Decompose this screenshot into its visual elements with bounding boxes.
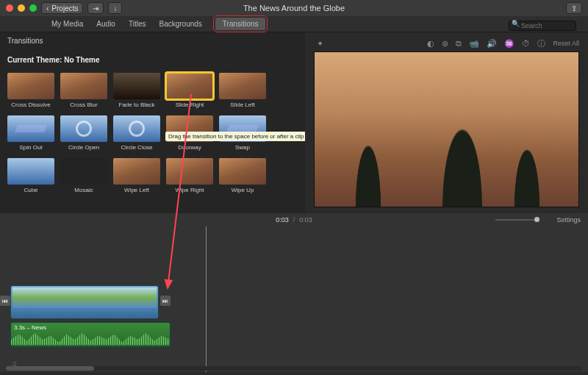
transition-thumbnail[interactable] xyxy=(60,158,107,185)
window-controls xyxy=(6,4,37,12)
transition-item[interactable]: Cross Blur xyxy=(60,73,107,108)
playhead-time: 0:03 xyxy=(276,216,289,224)
transition-well-start[interactable]: ⏮ xyxy=(0,296,10,306)
video-preview[interactable] xyxy=(314,51,579,207)
zoom-slider[interactable] xyxy=(495,219,539,221)
transition-label: Doorway xyxy=(166,144,213,151)
timeline-header: 0:03 / 0:03 Settings xyxy=(0,213,588,226)
crop-icon[interactable]: ⧉ xyxy=(456,39,462,49)
transition-thumbnail[interactable] xyxy=(219,158,266,185)
stabilize-icon[interactable]: 📹 xyxy=(469,39,479,49)
zoom-window-button[interactable] xyxy=(29,4,37,12)
transition-item[interactable]: Circle Open xyxy=(60,115,107,151)
theme-label: Current Theme: No Theme xyxy=(7,56,100,64)
info-icon[interactable]: ⓘ xyxy=(537,38,545,49)
volume-icon[interactable]: 🔊 xyxy=(487,39,497,49)
transition-thumbnail[interactable] xyxy=(60,115,107,142)
speed-icon[interactable]: ⏱ xyxy=(522,39,530,48)
total-time: 0:03 xyxy=(299,216,312,224)
transition-thumbnail[interactable] xyxy=(113,73,160,99)
transition-item[interactable]: Cube xyxy=(7,158,54,193)
transition-label: Slide Left xyxy=(219,101,266,108)
transition-label: Circle Open xyxy=(60,144,107,151)
transition-item[interactable]: Spin Out xyxy=(7,115,54,151)
timeline[interactable]: ⏮ ⏭ 3.3s – News ♫ xyxy=(0,226,588,372)
transition-label: Circle Close xyxy=(113,144,160,151)
transition-label: Wipe Up xyxy=(219,187,266,193)
transition-item[interactable]: Cross Dissolve xyxy=(7,73,54,108)
transition-item[interactable]: Wipe Left xyxy=(113,158,160,193)
tab-titles[interactable]: Titles xyxy=(129,20,146,28)
transition-thumbnail[interactable] xyxy=(113,115,160,142)
transition-label: Fade to Black xyxy=(113,101,160,108)
drag-tooltip: Drag the transition to the space before … xyxy=(165,132,305,141)
transition-item[interactable]: Fade to Black xyxy=(113,73,160,108)
tab-backgrounds[interactable]: Backgrounds xyxy=(159,20,201,28)
transition-thumbnail[interactable] xyxy=(60,73,107,99)
audio-clip-label: 3.3s – News xyxy=(14,324,46,331)
transition-label: Wipe Left xyxy=(113,187,160,193)
search-icon: 🔍 xyxy=(512,20,520,27)
transition-thumbnail[interactable] xyxy=(166,158,213,185)
transition-item[interactable]: Circle Close xyxy=(113,115,160,151)
transition-browser: Transitions Current Theme: No Theme Cros… xyxy=(0,32,305,213)
transition-item[interactable]: Slide Right xyxy=(166,73,213,108)
playhead[interactable] xyxy=(206,226,207,372)
transition-item[interactable]: Wipe Right xyxy=(166,158,213,193)
noise-reduce-icon[interactable]: ♒ xyxy=(504,39,514,49)
color-balance-icon[interactable]: ◐ xyxy=(427,39,434,49)
library-tabs: My Media Audio Titles Backgrounds Transi… xyxy=(0,16,588,32)
audio-waveform xyxy=(11,332,170,345)
tab-transitions[interactable]: Transitions xyxy=(215,18,266,30)
timeline-settings-button[interactable]: Settings xyxy=(556,216,581,224)
color-correction-icon[interactable]: ⊛ xyxy=(442,39,448,49)
transition-well-end[interactable]: ⏭ xyxy=(160,296,171,306)
reset-all-button[interactable]: Reset All xyxy=(553,40,579,47)
timeline-scrollbar[interactable] xyxy=(6,366,582,371)
transition-thumbnail[interactable] xyxy=(7,115,54,142)
video-clip[interactable] xyxy=(10,285,159,319)
transition-thumbnail[interactable] xyxy=(7,73,54,99)
transition-item[interactable]: Mosaic xyxy=(60,158,107,193)
transition-thumbnail[interactable] xyxy=(219,73,266,99)
close-window-button[interactable] xyxy=(6,4,13,12)
download-icon: ↓ xyxy=(113,4,117,12)
back-label: Projects xyxy=(51,4,78,12)
transition-label: Mosaic xyxy=(60,187,107,193)
section-title: Transitions xyxy=(7,37,298,45)
transition-label: Wipe Right xyxy=(166,187,213,193)
chevron-left-icon: ‹ xyxy=(46,4,49,12)
import-icon: ⇥ xyxy=(93,4,98,12)
transition-label: Cross Dissolve xyxy=(7,101,54,108)
magic-wand-icon[interactable]: ✦ xyxy=(317,39,323,49)
preview-toolbar: ✦ ◐ ⊛ ⧉ 📹 🔊 ♒ ⏱ ⓘ Reset All xyxy=(314,35,579,51)
import-media-button[interactable]: ⇥ xyxy=(87,2,104,14)
window-titlebar: ‹ Projects ⇥ ↓ The News Around the Globe… xyxy=(0,0,588,16)
transition-label: Spin Out xyxy=(7,144,54,151)
transition-item[interactable]: Wipe Up xyxy=(219,158,266,193)
transition-label: Swap xyxy=(219,144,266,151)
tab-my-media[interactable]: My Media xyxy=(51,20,83,28)
transition-label: Slide Right xyxy=(166,101,213,108)
audio-clip[interactable]: 3.3s – News xyxy=(10,322,171,347)
transition-label: Cross Blur xyxy=(60,101,107,108)
transition-thumbnail[interactable] xyxy=(166,73,213,99)
back-to-projects-button[interactable]: ‹ Projects xyxy=(41,2,83,14)
transition-thumbnail[interactable] xyxy=(7,158,54,185)
minimize-window-button[interactable] xyxy=(18,4,25,12)
download-button[interactable]: ↓ xyxy=(108,2,122,14)
transition-thumbnail[interactable] xyxy=(113,158,160,185)
transition-label: Cube xyxy=(7,187,54,193)
share-button[interactable]: ⇪ xyxy=(566,2,582,14)
preview-pane: ✦ ◐ ⊛ ⧉ 📹 🔊 ♒ ⏱ ⓘ Reset All xyxy=(305,32,588,213)
tab-audio[interactable]: Audio xyxy=(96,20,115,28)
share-icon: ⇪ xyxy=(571,4,577,12)
transition-item[interactable]: Slide Left xyxy=(219,73,266,108)
